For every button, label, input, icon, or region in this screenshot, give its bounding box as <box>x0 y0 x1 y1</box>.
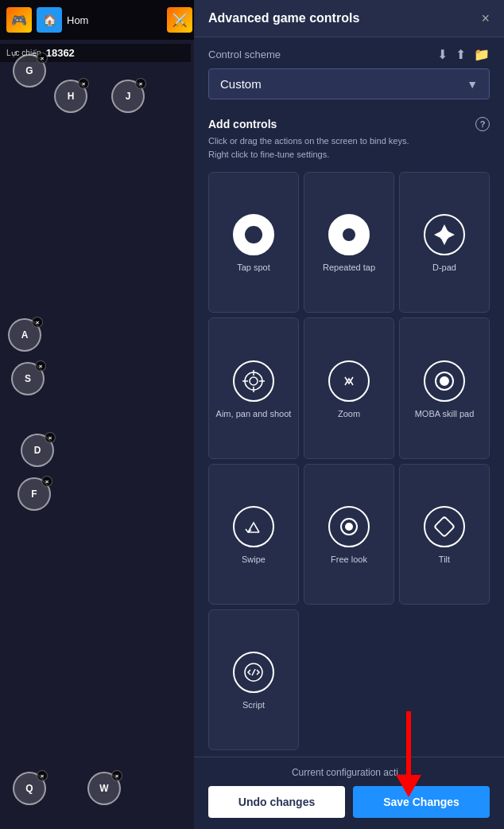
svg-rect-7 <box>440 231 448 239</box>
undo-button[interactable]: Undo changes <box>208 786 345 818</box>
upload-icon[interactable]: ⬆ <box>456 47 466 62</box>
game-top-bar: 🎮 🏠 Hom ⚔️ <box>0 0 199 40</box>
control-repeated-tap[interactable]: Repeated tap <box>304 172 394 313</box>
save-button[interactable]: Save Changes <box>353 786 490 818</box>
download-icon[interactable]: ⬇ <box>437 47 448 62</box>
game-background: 🎮 🏠 Hom ⚔️ Lực chiến 18362 G × H × J × A… <box>0 0 199 829</box>
d-pad-icon <box>424 214 465 255</box>
scheme-dropdown-wrap: Custom ▼ <box>194 68 504 109</box>
advanced-controls-panel: Advanced game controls × Control scheme … <box>194 0 504 829</box>
scheme-selected: Custom <box>220 77 262 91</box>
control-moba-label: MOBA skill pad <box>415 408 475 419</box>
tilt-icon <box>424 506 465 547</box>
arrow-line <box>406 711 411 775</box>
btn-G[interactable]: G × <box>13 54 46 88</box>
control-moba-skill-pad[interactable]: MOBA skill pad <box>399 317 490 458</box>
btn-H[interactable]: H × <box>54 80 87 113</box>
arrow-head <box>396 775 421 797</box>
close-button[interactable]: × <box>481 11 490 25</box>
controls-grid: Tap spot Repeated tap D-pad <box>194 165 504 757</box>
control-swipe-label: Swipe <box>242 554 266 565</box>
aim-pan-shoot-icon <box>233 360 274 402</box>
chevron-down-icon: ▼ <box>467 78 478 91</box>
control-aim-pan-shoot[interactable]: Aim, pan and shoot <box>208 317 299 458</box>
x-badge-G: × <box>37 53 48 64</box>
control-zoom-label: Zoom <box>338 408 360 419</box>
control-free-look-label: Free look <box>331 554 367 565</box>
scheme-icons: ⬇ ⬆ 📁 <box>437 47 490 62</box>
game-icon-3: ⚔️ <box>167 7 192 33</box>
zoom-icon <box>328 360 370 402</box>
home-label: Hom <box>67 14 88 26</box>
control-swipe[interactable]: Swipe <box>208 464 299 605</box>
control-tilt[interactable]: Tilt <box>399 464 490 605</box>
footer-buttons: Undo changes Save Changes <box>208 786 490 818</box>
free-look-icon <box>328 506 370 547</box>
x-badge-S: × <box>35 360 46 372</box>
btn-W[interactable]: W × <box>87 772 121 805</box>
btn-D[interactable]: D × <box>21 434 54 467</box>
svg-marker-4 <box>441 239 448 245</box>
control-aim-label: Aim, pan and shoot <box>216 408 292 419</box>
x-badge-H: × <box>78 78 89 89</box>
control-zoom[interactable]: Zoom <box>304 317 394 458</box>
svg-point-15 <box>440 377 448 385</box>
add-controls-section: Add controls ? Click or drag the actions… <box>194 109 504 165</box>
folder-icon[interactable]: 📁 <box>474 47 490 62</box>
btn-S[interactable]: S × <box>11 362 45 395</box>
add-controls-description: Click or drag the actions on the screen … <box>208 134 490 161</box>
repeated-tap-icon <box>328 214 370 255</box>
scheme-row: Control scheme ⬇ ⬆ 📁 <box>194 37 504 68</box>
svg-line-21 <box>252 669 255 675</box>
btn-Q[interactable]: Q × <box>13 772 46 805</box>
svg-marker-3 <box>441 224 448 231</box>
scheme-label: Control scheme <box>208 49 281 60</box>
tap-spot-icon <box>233 214 274 255</box>
control-repeated-tap-label: Repeated tap <box>323 262 375 273</box>
x-badge-W: × <box>111 770 122 781</box>
btn-J[interactable]: J × <box>111 80 145 113</box>
control-tap-spot-label: Tap spot <box>237 262 270 273</box>
btn-F[interactable]: F × <box>17 477 51 511</box>
scheme-dropdown[interactable]: Custom ▼ <box>208 68 490 99</box>
control-d-pad-label: D-pad <box>432 262 456 273</box>
panel-title: Advanced game controls <box>208 11 359 25</box>
control-script[interactable]: Script <box>208 609 299 750</box>
game-icon-2: 🏠 <box>37 7 62 33</box>
svg-marker-5 <box>434 232 440 238</box>
add-controls-title-row: Add controls ? <box>208 117 490 131</box>
svg-point-9 <box>250 377 258 385</box>
script-icon <box>233 652 274 693</box>
svg-rect-19 <box>434 516 454 536</box>
svg-point-1 <box>248 229 259 240</box>
x-badge-Q: × <box>37 770 48 781</box>
moba-skill-pad-icon <box>424 360 465 402</box>
svg-point-2 <box>343 228 355 241</box>
x-badge-D: × <box>45 432 56 443</box>
help-icon[interactable]: ? <box>475 117 490 131</box>
svg-marker-6 <box>448 232 455 238</box>
control-script-label: Script <box>242 699 265 710</box>
config-text: Current configuration acti... <box>208 767 490 778</box>
panel-footer: Current configuration acti... Undo chang… <box>194 757 504 829</box>
stat-value: 18362 <box>46 47 75 59</box>
add-controls-heading: Add controls <box>208 118 277 130</box>
x-badge-A: × <box>32 317 43 328</box>
game-icon-1: 🎮 <box>6 7 32 33</box>
control-tilt-label: Tilt <box>439 554 450 565</box>
control-tap-spot[interactable]: Tap spot <box>208 172 299 313</box>
control-free-look[interactable]: Free look <box>304 464 394 605</box>
btn-A[interactable]: A × <box>8 318 41 352</box>
x-badge-F: × <box>41 476 52 487</box>
control-d-pad[interactable]: D-pad <box>399 172 490 313</box>
svg-point-18 <box>346 523 352 530</box>
swipe-icon <box>233 506 274 547</box>
x-badge-J: × <box>135 78 146 89</box>
panel-header: Advanced game controls × <box>194 0 504 37</box>
